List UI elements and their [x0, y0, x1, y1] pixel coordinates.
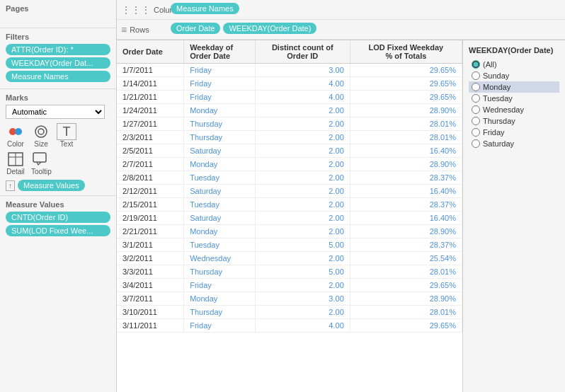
right-filter-panel: WEEKDAY(Order Date) (All)SundayMondayTue… [462, 40, 565, 392]
cell-weekday: Monday [184, 292, 256, 306]
size-mark[interactable]: Size [31, 123, 51, 148]
table-row: 2/3/2011 Thursday 2.00 28.01% [117, 131, 462, 144]
cell-weekday: Thursday [184, 306, 256, 319]
cell-pct: 28.90% [350, 104, 462, 117]
weekday-filter-list: (All)SundayMondayTuesdayWednesdayThursda… [469, 59, 559, 149]
weekday-option-all[interactable]: (All) [469, 59, 559, 70]
text-label: Text [60, 140, 73, 148]
table-container[interactable]: Order Date Weekday ofOrder Date Distinct… [117, 40, 462, 392]
text-mark[interactable]: T Text [57, 123, 76, 148]
cell-date: 3/10/2011 [117, 306, 184, 319]
table-row: 2/5/2011 Saturday 2.00 16.40% [117, 144, 462, 158]
radio-input[interactable] [472, 128, 480, 137]
cell-weekday: Monday [184, 158, 256, 171]
svg-rect-7 [33, 153, 46, 162]
rows-pill-2[interactable]: WEEKDAY(Order Date) [223, 23, 316, 34]
cell-count: 4.00 [255, 91, 350, 104]
cell-count: 2.00 [255, 158, 350, 171]
radio-input[interactable] [472, 105, 480, 114]
mv-pill-1[interactable]: CNTD(Order ID) [6, 212, 110, 223]
header-lod: LOD Fixed Weekday% of Totals [350, 40, 462, 64]
radio-input[interactable] [472, 60, 480, 69]
cell-weekday: Tuesday [184, 238, 256, 252]
table-row: 2/19/2011 Saturday 2.00 16.40% [117, 212, 462, 225]
cell-date: 1/7/2011 [117, 64, 184, 77]
mv-pill-2[interactable]: SUM(LOD Fixed Wee... [6, 225, 110, 236]
cell-date: 3/4/2011 [117, 279, 184, 292]
cell-weekday: Monday [184, 104, 256, 117]
cell-count: 2.00 [255, 131, 350, 144]
weekday-option-sunday[interactable]: Sunday [469, 70, 559, 81]
tooltip-label: Tooltip [31, 168, 52, 175]
radio-input[interactable] [472, 117, 480, 125]
weekday-option-wednesday[interactable]: Wednesday [469, 104, 559, 115]
cell-pct: 28.37% [350, 198, 462, 212]
cell-date: 1/14/2011 [117, 77, 184, 91]
cell-weekday: Thursday [184, 131, 256, 144]
cell-weekday: Friday [184, 319, 256, 333]
cell-date: 2/19/2011 [117, 212, 184, 225]
cell-pct: 28.01% [350, 117, 462, 131]
columns-label: ⋮⋮⋮ Columns [121, 4, 171, 16]
cell-pct: 16.40% [350, 185, 462, 198]
cell-count: 4.00 [255, 319, 350, 333]
measure-values-pill[interactable]: Measure Values [18, 180, 85, 191]
cell-pct: 16.40% [350, 212, 462, 225]
pages-title: Pages [6, 4, 110, 13]
cell-date: 1/21/2011 [117, 91, 184, 104]
filter-pill-3[interactable]: Measure Names [6, 71, 110, 82]
size-label: Size [34, 140, 47, 148]
weekday-option-friday[interactable]: Friday [469, 127, 559, 138]
rows-pills: Order Date WEEKDAY(Order Date) [171, 23, 316, 36]
tooltip-mark[interactable]: Tooltip [31, 151, 52, 175]
cell-weekday: Monday [184, 225, 256, 238]
weekday-option-tuesday[interactable]: Tuesday [469, 93, 559, 104]
cell-weekday: Saturday [184, 212, 256, 225]
filter-pill-2[interactable]: WEEKDAY(Order Dat... [6, 57, 110, 69]
cell-date: 2/21/2011 [117, 225, 184, 238]
cell-count: 2.00 [255, 185, 350, 198]
cell-count: 5.00 [255, 265, 350, 279]
table-row: 1/27/2011 Thursday 2.00 28.01% [117, 117, 462, 131]
columns-pill-1[interactable]: Measure Names [171, 3, 239, 14]
table-row: 1/21/2011 Friday 4.00 29.65% [117, 91, 462, 104]
columns-shelf: ⋮⋮⋮ Columns Measure Names [117, 0, 565, 20]
radio-input[interactable] [472, 139, 480, 148]
filter-pill-1[interactable]: ATTR(Order ID): * [6, 44, 110, 55]
cell-pct: 28.37% [350, 171, 462, 185]
cell-count: 4.00 [255, 77, 350, 91]
columns-pills: Measure Names [171, 3, 239, 16]
rows-text: Rows [130, 25, 149, 34]
table-body: 1/7/2011 Friday 3.00 29.65% 1/14/2011 Fr… [117, 64, 462, 333]
marks-type-dropdown[interactable]: Automatic [6, 105, 105, 119]
weekday-option-saturday[interactable]: Saturday [469, 138, 559, 149]
color-mark[interactable]: Color [6, 123, 25, 148]
radio-input[interactable] [472, 94, 480, 103]
measure-values-title: Measure Values [6, 200, 110, 209]
cell-date: 3/7/2011 [117, 292, 184, 306]
measure-values-section: Measure Values CNTD(Order ID) SUM(LOD Fi… [0, 195, 116, 243]
radio-input[interactable] [472, 71, 480, 80]
detail-mark[interactable]: Detail [6, 151, 25, 175]
marks-icons-row1: Color Size T Text [6, 123, 110, 148]
radio-label: Friday [483, 128, 505, 137]
rows-shelf: ≡ Rows Order Date WEEKDAY(Order Date) [117, 20, 565, 40]
cell-date: 3/11/2011 [117, 319, 184, 333]
cell-pct: 29.65% [350, 279, 462, 292]
size-icon [31, 123, 51, 140]
cell-pct: 28.90% [350, 158, 462, 171]
weekday-option-monday[interactable]: Monday [469, 81, 559, 93]
radio-input[interactable] [472, 83, 480, 91]
cell-weekday: Friday [184, 91, 256, 104]
data-table: Order Date Weekday ofOrder Date Distinct… [117, 40, 462, 333]
rows-label: ≡ Rows [121, 24, 171, 35]
weekday-option-thursday[interactable]: Thursday [469, 115, 559, 127]
cell-date: 3/3/2011 [117, 265, 184, 279]
cell-date: 1/27/2011 [117, 117, 184, 131]
table-row: 3/7/2011 Monday 3.00 28.90% [117, 292, 462, 306]
table-row: 1/24/2011 Monday 2.00 28.90% [117, 104, 462, 117]
cell-count: 3.00 [255, 292, 350, 306]
rows-pill-1[interactable]: Order Date [171, 23, 220, 34]
cell-pct: 28.90% [350, 292, 462, 306]
sidebar: Pages Filters ATTR(Order ID): * WEEKDAY(… [0, 0, 117, 392]
